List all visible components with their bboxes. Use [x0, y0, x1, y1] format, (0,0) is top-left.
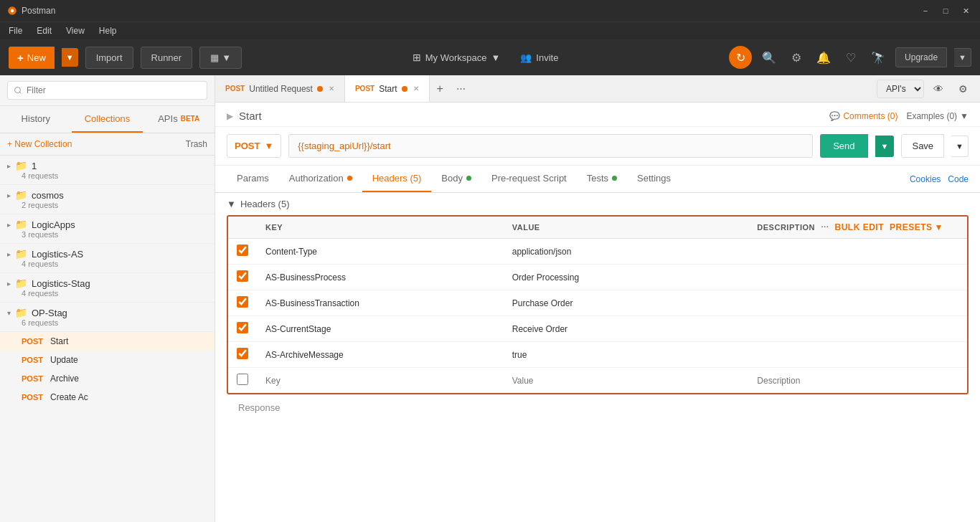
desc-input-empty[interactable]	[757, 376, 958, 386]
tab-untitled[interactable]: POST Untitled Request ✕	[215, 75, 345, 102]
row-checkbox[interactable]	[237, 270, 248, 282]
row-checkbox[interactable]	[237, 245, 248, 256]
tab-apis[interactable]: APIs BETA	[143, 106, 215, 133]
tab-close-icon[interactable]: ✕	[329, 85, 334, 92]
invite-button[interactable]: 👥 Invite	[513, 49, 565, 67]
collection-item[interactable]: 📁 Logistics-AS 4 requests	[0, 244, 215, 273]
examples-button[interactable]: Examples (0) ▼	[906, 111, 969, 121]
comments-button[interactable]: 💬 Comments (0)	[829, 111, 897, 121]
sync-button[interactable]: ↻	[729, 46, 752, 69]
new-button[interactable]: + New	[9, 47, 55, 69]
row-desc-cell[interactable]	[748, 265, 967, 290]
row-desc-cell[interactable]	[748, 316, 967, 342]
heart-icon[interactable]: ♡	[841, 47, 861, 67]
import-button[interactable]: Import	[85, 47, 133, 69]
menu-view[interactable]: View	[63, 24, 88, 37]
send-dropdown-button[interactable]: ▼	[875, 136, 895, 157]
new-collection-button[interactable]: + New Collection	[7, 139, 72, 149]
row-key-cell[interactable]: AS-BusinessProcess	[257, 265, 504, 290]
request-item[interactable]: POST Start	[0, 332, 215, 351]
telescope-icon[interactable]: 🔭	[868, 47, 888, 67]
collection-item[interactable]: 📁 1 4 requests	[0, 156, 215, 185]
save-button[interactable]: Save	[901, 134, 944, 158]
environment-select[interactable]: API's	[877, 80, 924, 98]
collection-item[interactable]: 📁 cosmos 2 requests	[0, 185, 215, 214]
search-input[interactable]	[7, 81, 207, 100]
capture-button[interactable]: ▦ ▼	[199, 47, 242, 69]
search-icon[interactable]: 🔍	[759, 47, 779, 67]
tab-collections[interactable]: Collections	[72, 106, 143, 133]
row-checkbox[interactable]	[237, 348, 248, 359]
upgrade-button[interactable]: Upgrade	[895, 47, 947, 67]
menu-file[interactable]: File	[6, 24, 25, 37]
new-dropdown-button[interactable]: ▼	[62, 48, 78, 67]
presets-button[interactable]: Presets ▼	[890, 222, 943, 232]
sub-tab-headers[interactable]: Headers (5)	[362, 166, 432, 192]
row-desc-cell[interactable]	[748, 239, 967, 265]
save-dropdown-button[interactable]: ▼	[951, 136, 969, 157]
environment-settings-icon[interactable]: ⚙	[953, 79, 973, 99]
row-value-cell[interactable]: application/json	[504, 239, 749, 265]
row-checkbox[interactable]	[237, 296, 248, 308]
row-key-cell[interactable]: Content-Type	[257, 239, 504, 265]
more-tabs-button[interactable]: ⋯	[451, 75, 471, 102]
row-desc-cell[interactable]	[748, 290, 967, 316]
row-value-cell[interactable]: Receive Order	[504, 316, 749, 342]
menu-help[interactable]: Help	[96, 24, 120, 37]
request-name: Start	[50, 336, 68, 346]
tab-history[interactable]: History	[0, 106, 72, 133]
trash-button[interactable]: Trash	[186, 139, 207, 149]
row-value-cell-empty[interactable]	[504, 368, 749, 394]
settings-icon[interactable]: ⚙	[786, 47, 806, 67]
row-value-cell[interactable]: Order Processing	[504, 265, 749, 290]
key-input-empty[interactable]	[265, 376, 495, 386]
sub-tab-tests[interactable]: Tests	[577, 166, 627, 192]
request-item[interactable]: POST Update	[0, 351, 215, 369]
value-input-empty[interactable]	[512, 376, 740, 386]
minimize-button[interactable]: −	[918, 4, 933, 18]
sub-tab-body[interactable]: Body	[431, 166, 481, 192]
notifications-icon[interactable]: 🔔	[814, 47, 834, 67]
row-desc-cell-empty[interactable]	[748, 368, 967, 394]
method-select[interactable]: POST ▼	[227, 134, 281, 158]
menu-edit[interactable]: Edit	[34, 24, 55, 37]
sub-tab-settings[interactable]: Settings	[627, 166, 681, 192]
headers-collapse-icon: ▼	[227, 199, 236, 209]
tab-start[interactable]: POST Start ✕	[345, 75, 430, 102]
upgrade-dropdown-button[interactable]: ▼	[954, 48, 971, 67]
sub-tab-authorization[interactable]: Authorization	[279, 166, 362, 192]
send-button[interactable]: Send	[820, 134, 867, 158]
cookies-link[interactable]: Cookies	[910, 174, 941, 184]
code-link[interactable]: Code	[948, 174, 969, 184]
url-input[interactable]	[288, 134, 813, 158]
collection-item[interactable]: 📁 OP-Stag 6 requests	[0, 303, 215, 332]
request-item[interactable]: POST Archive	[0, 369, 215, 388]
environment-eye-icon[interactable]: 👁	[928, 79, 948, 99]
collection-item[interactable]: 📁 LogicApps 3 requests	[0, 214, 215, 244]
row-key-cell[interactable]: AS-CurrentStage	[257, 316, 504, 342]
table-row: AS-CurrentStage Receive Order	[228, 316, 967, 342]
headers-label[interactable]: ▼ Headers (5)	[227, 193, 969, 215]
row-key-cell[interactable]: AS-BusinessTransaction	[257, 290, 504, 316]
more-icon[interactable]: ⋯	[821, 223, 829, 232]
bulk-edit-button[interactable]: Bulk Edit	[835, 222, 885, 232]
row-value-cell[interactable]: Purchase Order	[504, 290, 749, 316]
row-key-cell-empty[interactable]	[257, 368, 504, 394]
sub-tab-pre-request[interactable]: Pre-request Script	[481, 166, 577, 192]
collection-item[interactable]: 📁 Logistics-Stag 4 requests	[0, 273, 215, 303]
headers-desc-header: DESCRIPTION ⋯ Bulk Edit Presets ▼	[748, 217, 967, 239]
row-checkbox[interactable]	[237, 322, 248, 333]
close-button[interactable]: ✕	[958, 4, 973, 18]
apis-beta-badge: BETA	[181, 115, 199, 123]
request-item[interactable]: POST Create Ac	[0, 388, 215, 407]
row-desc-cell[interactable]	[748, 342, 967, 368]
workspace-switcher[interactable]: ⊞ My Workspace ▼	[405, 48, 508, 67]
row-checkbox[interactable]	[237, 374, 248, 385]
add-tab-button[interactable]: +	[430, 75, 451, 102]
sub-tab-params[interactable]: Params	[227, 166, 279, 192]
tab-close-icon[interactable]: ✕	[413, 85, 419, 92]
runner-button[interactable]: Runner	[141, 47, 193, 69]
row-value-cell[interactable]: true	[504, 342, 749, 368]
maximize-button[interactable]: □	[938, 4, 953, 18]
row-key-cell[interactable]: AS-ArchiveMessage	[257, 342, 504, 368]
